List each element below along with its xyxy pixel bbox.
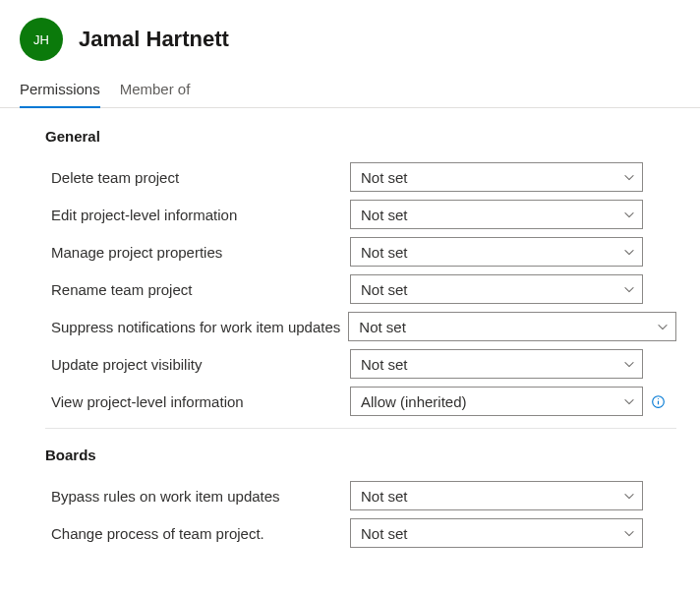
perm-dropdown-manage-properties[interactable]: Not set <box>350 237 643 267</box>
perm-dropdown-bypass-rules[interactable]: Not set <box>350 481 643 510</box>
tab-member-of[interactable]: Member of <box>120 73 191 107</box>
perm-value: Not set <box>361 169 408 186</box>
perm-label: Rename team project <box>51 281 342 298</box>
boards-rows: Bypass rules on work item updates Not se… <box>51 477 676 552</box>
perm-value: Not set <box>361 244 408 261</box>
chevron-down-icon <box>622 208 636 221</box>
perm-row-bypass-rules: Bypass rules on work item updates Not se… <box>51 477 676 514</box>
perm-label: Bypass rules on work item updates <box>51 488 342 505</box>
perm-row-update-visibility: Update project visibility Not set <box>51 345 676 383</box>
perm-row-edit-project-info: Edit project-level information Not set <box>51 196 676 233</box>
perm-label: Change process of team project. <box>51 525 342 542</box>
section-title-general: General <box>45 128 676 145</box>
chevron-down-icon <box>622 357 636 371</box>
perm-dropdown-delete-team-project[interactable]: Not set <box>350 162 643 192</box>
perm-dropdown-edit-project-info[interactable]: Not set <box>350 200 643 229</box>
tab-member-of-label: Member of <box>120 81 191 97</box>
perm-label: Manage project properties <box>51 244 342 261</box>
section-divider <box>45 428 676 429</box>
chevron-down-icon <box>622 526 636 540</box>
perm-label: View project-level information <box>51 393 342 410</box>
perm-row-manage-properties: Manage project properties Not set <box>51 233 676 270</box>
general-rows: Delete team project Not set Edit project… <box>51 158 676 420</box>
chevron-down-icon <box>656 320 670 333</box>
perm-row-change-process: Change process of team project. Not set <box>51 514 676 552</box>
chevron-down-icon <box>622 489 636 503</box>
perm-dropdown-rename-project[interactable]: Not set <box>350 274 643 304</box>
avatar: JH <box>20 18 63 61</box>
info-icon[interactable] <box>651 394 666 409</box>
perm-label: Delete team project <box>51 169 342 186</box>
perm-label: Update project visibility <box>51 356 342 373</box>
user-header: JH Jamal Hartnett <box>0 0 700 73</box>
perm-value: Not set <box>361 488 408 505</box>
perm-dropdown-change-process[interactable]: Not set <box>350 518 643 548</box>
svg-point-2 <box>658 397 659 398</box>
perm-row-view-project-info: View project-level information Allow (in… <box>51 383 676 420</box>
perm-value: Not set <box>359 319 406 335</box>
user-name: Jamal Hartnett <box>79 27 229 52</box>
perm-row-rename-project: Rename team project Not set <box>51 270 676 308</box>
perm-label: Suppress notifications for work item upd… <box>51 319 340 335</box>
chevron-down-icon <box>622 394 636 408</box>
permissions-content: General Delete team project Not set Edit… <box>0 108 700 579</box>
perm-value: Not set <box>361 281 408 298</box>
perm-dropdown-update-visibility[interactable]: Not set <box>350 349 643 379</box>
perm-row-delete-team-project: Delete team project Not set <box>51 158 676 196</box>
tab-permissions-label: Permissions <box>20 81 100 97</box>
perm-value: Not set <box>361 356 408 373</box>
chevron-down-icon <box>622 245 636 259</box>
perm-value: Allow (inherited) <box>361 393 467 410</box>
chevron-down-icon <box>622 282 636 296</box>
perm-value: Not set <box>361 207 408 223</box>
perm-dropdown-view-project-info[interactable]: Allow (inherited) <box>350 387 643 416</box>
chevron-down-icon <box>622 170 636 184</box>
tab-permissions[interactable]: Permissions <box>20 73 100 107</box>
tabs: Permissions Member of <box>0 73 700 108</box>
section-title-boards: Boards <box>45 447 676 463</box>
perm-dropdown-suppress-notifications[interactable]: Not set <box>348 312 676 341</box>
perm-value: Not set <box>361 525 408 542</box>
avatar-initials: JH <box>33 32 49 47</box>
perm-row-suppress-notifications: Suppress notifications for work item upd… <box>51 308 676 345</box>
perm-label: Edit project-level information <box>51 207 342 223</box>
